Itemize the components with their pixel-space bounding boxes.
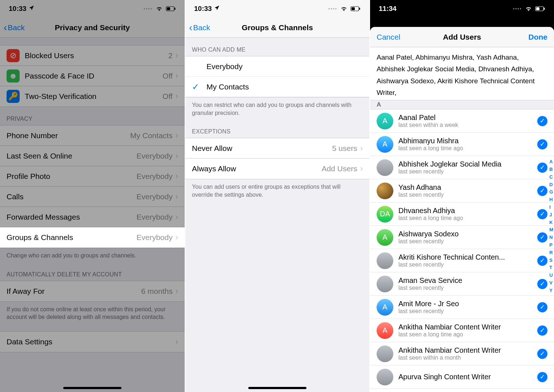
- chevron-right-icon: ›: [176, 337, 178, 347]
- selected-token[interactable]: Yash Adhana: [476, 53, 519, 61]
- row-value: Everybody: [136, 233, 172, 242]
- chevron-right-icon: ›: [176, 131, 178, 140]
- status-time: 11:34: [379, 5, 397, 13]
- privacy-row[interactable]: Profile Photo Everybody ›: [0, 166, 185, 187]
- privacy-row[interactable]: Forwarded Messages Everybody ›: [0, 207, 185, 227]
- chevron-right-icon: ›: [176, 212, 178, 222]
- back-button[interactable]: ‹ Back: [4, 23, 25, 33]
- contact-name: Abhishek Joglekar Social Media: [398, 160, 537, 168]
- contact-name: Aanal Patel: [398, 113, 537, 122]
- selected-token[interactable]: Dhvanesh Adhiya: [478, 65, 534, 73]
- contact-name: Amit More - Jr Seo: [398, 300, 537, 308]
- contact-row[interactable]: Apurva Singh Content Writer ✓: [370, 365, 554, 389]
- privacy-group: Phone Number My Contacts ›Last Seen & On…: [0, 125, 185, 248]
- battery-icon: [350, 6, 361, 11]
- chevron-right-icon: ›: [360, 144, 363, 153]
- contact-row[interactable]: A Aishwarya Sodexo last seen recently ✓: [370, 226, 554, 249]
- index-letter[interactable]: I: [549, 204, 553, 211]
- contact-status: last seen recently: [398, 261, 537, 268]
- selected-token[interactable]: Aishwarya Sodexo: [377, 77, 437, 85]
- contact-status: last seen within a month: [398, 355, 537, 361]
- contact-row[interactable]: A Amit More - Jr Seo last seen recently …: [370, 296, 554, 319]
- contact-status: last seen within a week: [398, 122, 537, 128]
- index-letter[interactable]: B: [549, 166, 553, 173]
- index-letter[interactable]: J: [549, 211, 553, 219]
- selected-tokens[interactable]: Aanal Patel Abhimanyu Mishra Yash Adhana…: [370, 47, 554, 100]
- contact-row[interactable]: Akriti Kishore Technical Conten... last …: [370, 249, 554, 272]
- battery-icon: [166, 6, 176, 11]
- privacy-row[interactable]: Calls Everybody ›: [0, 187, 185, 207]
- index-letter[interactable]: H: [549, 196, 553, 204]
- selected-token[interactable]: Abhimanyu Mishra: [416, 53, 477, 61]
- contact-row[interactable]: Aman Seva Service last seen recently ✓: [370, 272, 554, 296]
- checked-icon: ✓: [537, 209, 547, 219]
- row-value: My Contacts: [130, 131, 173, 140]
- who-can-add-header: WHO CAN ADD ME: [185, 38, 369, 56]
- privacy-row[interactable]: Phone Number My Contacts ›: [0, 125, 185, 146]
- data-settings-row[interactable]: Data Settings ›: [0, 332, 185, 352]
- privacy-row[interactable]: Last Seen & Online Everybody ›: [0, 146, 185, 166]
- avatar: A: [377, 136, 393, 153]
- index-letter[interactable]: D: [549, 181, 553, 189]
- contact-row[interactable]: Ankitha Nambiar Content Writer last seen…: [370, 342, 554, 365]
- index-letter[interactable]: Y: [549, 287, 553, 295]
- index-letter[interactable]: N: [549, 234, 553, 241]
- index-letter[interactable]: V: [549, 279, 553, 287]
- phone-groups-channels: 10:33 •••• ‹ Back Groups & Channels WHO …: [185, 0, 369, 392]
- who-can-add-footer: You can restrict who can add you to grou…: [185, 97, 369, 120]
- index-letter[interactable]: U: [549, 272, 553, 279]
- index-letter[interactable]: C: [549, 173, 553, 181]
- index-letter[interactable]: R: [549, 249, 553, 257]
- home-indicator[interactable]: [63, 387, 121, 389]
- contact-row[interactable]: A Aanal Patel last seen within a week ✓: [370, 109, 554, 133]
- contact-row[interactable]: A Ankitha Nambiar Content Writer last se…: [370, 319, 554, 342]
- security-row[interactable]: 🔑 Two-Step Verification Off ›: [0, 86, 185, 107]
- contact-row[interactable]: Yash Adhana last seen recently ✓: [370, 179, 554, 203]
- contact-row[interactable]: DA Dhvanesh Adhiya last seen a long time…: [370, 203, 554, 226]
- exception-row[interactable]: Never Allow 5 users ›: [185, 138, 369, 159]
- index-letter[interactable]: K: [549, 219, 553, 227]
- index-letter[interactable]: A: [549, 158, 553, 166]
- index-letter[interactable]: S: [549, 257, 553, 264]
- if-away-row[interactable]: If Away For 6 months ›: [0, 281, 185, 301]
- contact-name: Ankitha Nambiar Content Writer: [398, 323, 537, 331]
- cancel-button[interactable]: Cancel: [377, 33, 400, 41]
- avatar: A: [377, 229, 393, 246]
- contact-row[interactable]: Abhishek Joglekar Social Media last seen…: [370, 156, 554, 179]
- security-row[interactable]: ⊘ Blocked Users 2 ›: [0, 45, 185, 66]
- contact-status: last seen recently: [398, 238, 537, 245]
- selected-token[interactable]: Aanal Patel: [377, 53, 416, 61]
- selected-token[interactable]: Abhishek Joglekar Social Media: [377, 65, 478, 73]
- security-row[interactable]: ☻ Passcode & Face ID Off ›: [0, 66, 185, 86]
- who-option[interactable]: Everybody: [185, 56, 369, 77]
- index-letter[interactable]: M: [549, 226, 553, 234]
- alphabet-index-bar[interactable]: ABCDGHIJKMNPRSTUVY: [549, 158, 553, 294]
- checked-icon: ✓: [537, 325, 547, 336]
- chevron-right-icon: ›: [176, 92, 178, 101]
- location-icon: [29, 5, 35, 13]
- contact-status: last seen recently: [398, 192, 537, 198]
- back-label: Back: [8, 23, 25, 32]
- index-letter[interactable]: G: [549, 188, 553, 196]
- cell-dots-icon: ••••: [328, 6, 337, 11]
- privacy-row[interactable]: Groups & Channels Everybody ›: [0, 227, 185, 248]
- home-indicator[interactable]: [248, 387, 306, 389]
- done-button[interactable]: Done: [529, 33, 548, 41]
- exception-row[interactable]: Always Allow Add Users ›: [185, 159, 369, 179]
- chevron-left-icon: ‹: [4, 23, 7, 33]
- contact-row[interactable]: A Abhimanyu Mishra last seen a long time…: [370, 133, 554, 156]
- status-bar: 10:33 ••••: [185, 0, 369, 17]
- chevron-left-icon: ‹: [189, 23, 192, 33]
- row-value: 2: [168, 51, 173, 60]
- avatar: [377, 276, 393, 292]
- index-letter[interactable]: T: [549, 264, 553, 272]
- back-button[interactable]: ‹ Back: [189, 23, 210, 33]
- row-value: 5 users: [332, 144, 357, 153]
- who-option[interactable]: ✓ My Contacts: [185, 77, 369, 97]
- chevron-right-icon: ›: [176, 192, 178, 201]
- contact-list[interactable]: A A Aanal Patel last seen within a week …: [370, 100, 554, 392]
- exceptions-footer: You can add users or entire groups as ex…: [185, 179, 369, 201]
- avatar: [377, 369, 393, 385]
- index-letter[interactable]: P: [549, 241, 553, 249]
- location-icon: [214, 5, 220, 13]
